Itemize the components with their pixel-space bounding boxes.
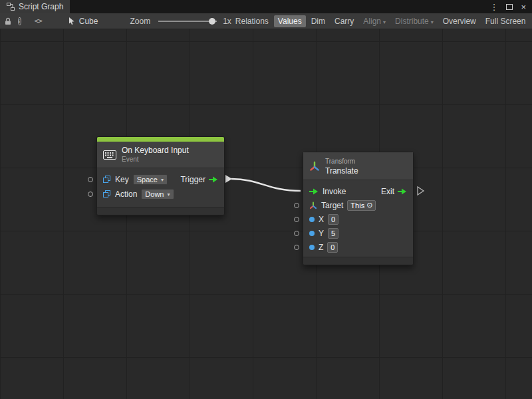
target-row: Target This ⊙: [303, 198, 413, 212]
float-value-icon: [309, 217, 315, 222]
x-row: X 0: [303, 212, 413, 226]
exit-output-port[interactable]: [418, 187, 424, 195]
window-menu-icon[interactable]: ⋮: [489, 2, 498, 12]
cursor-icon: [68, 17, 75, 25]
maximize-icon[interactable]: [506, 4, 513, 10]
close-icon[interactable]: ×: [521, 2, 526, 12]
graph-toolbar: i <> Cube Zoom 1x Relations Values Dim C…: [0, 13, 532, 29]
flow-arrow-icon: [209, 176, 218, 183]
flow-arrow-icon[interactable]: [398, 188, 407, 195]
chevron-down-icon: ▾: [383, 19, 386, 25]
zoom-slider[interactable]: [158, 21, 217, 22]
node-category: Transform: [325, 157, 358, 166]
x-input-port[interactable]: [294, 217, 299, 222]
overview-button[interactable]: Overview: [439, 15, 480, 27]
carry-button[interactable]: Carry: [331, 15, 358, 27]
target-label: Target: [321, 201, 343, 210]
key-label: Key: [115, 175, 129, 184]
graph-target[interactable]: Cube: [68, 17, 98, 26]
z-row: Z 0: [303, 240, 413, 254]
node-header[interactable]: Transform Translate: [303, 152, 413, 180]
target-name: Cube: [79, 17, 98, 26]
action-input-port[interactable]: [88, 192, 93, 197]
info-icon[interactable]: i: [18, 17, 21, 25]
node-translate[interactable]: Transform Translate Invoke Exit: [303, 152, 414, 265]
z-input-port[interactable]: [294, 245, 299, 250]
y-input-port[interactable]: [294, 231, 299, 236]
invoke-row: Invoke Exit: [303, 184, 413, 198]
x-label: X: [319, 215, 324, 224]
action-label: Action: [115, 190, 137, 199]
node-subtitle: Event: [122, 155, 189, 164]
invoke-label: Invoke: [323, 187, 346, 196]
chevron-down-icon: ▾: [161, 177, 164, 183]
distribute-button: Distribute▾: [391, 15, 438, 27]
graph-canvas[interactable]: On Keyboard Input Event Key Space ▾ Trig…: [0, 29, 532, 399]
full-screen-button[interactable]: Full Screen: [481, 15, 530, 27]
zoom-label: Zoom: [130, 17, 150, 26]
edit-source-icon[interactable]: <>: [35, 17, 42, 25]
key-row: Key Space ▾ Trigger: [97, 172, 224, 187]
action-row: Action Down ▾: [97, 187, 224, 201]
x-value-field[interactable]: 0: [328, 214, 338, 225]
y-value-field[interactable]: 5: [328, 228, 338, 239]
keycode-icon: [103, 190, 111, 198]
wire-layer: [0, 29, 532, 399]
target-input-port[interactable]: [294, 203, 299, 208]
keyboard-icon: [103, 150, 116, 160]
keycode-icon: [103, 176, 111, 184]
node-title: On Keyboard Input: [122, 146, 189, 155]
zoom-control: Zoom 1x: [130, 17, 231, 26]
titlebar: Script Graph ⋮ ×: [0, 0, 532, 13]
exit-label: Exit: [381, 187, 394, 196]
z-label: Z: [319, 243, 323, 252]
dim-button[interactable]: Dim: [307, 15, 329, 27]
flow-arrow-icon[interactable]: [309, 188, 319, 195]
node-footer: [97, 207, 224, 215]
key-input-port[interactable]: [88, 177, 93, 182]
node-on-keyboard-input[interactable]: On Keyboard Input Event Key Space ▾ Trig…: [96, 136, 225, 215]
transform-icon: [309, 201, 317, 209]
relations-button[interactable]: Relations: [231, 15, 273, 27]
event-accent-bar: [97, 137, 224, 142]
node-header[interactable]: On Keyboard Input Event: [97, 142, 224, 168]
y-row: Y 5: [303, 226, 413, 240]
key-dropdown[interactable]: Space ▾: [133, 174, 168, 185]
values-button[interactable]: Values: [274, 15, 306, 27]
chevron-down-icon: ▾: [431, 19, 434, 25]
lock-icon[interactable]: [5, 17, 11, 25]
zoom-value: 1x: [223, 17, 231, 26]
y-label: Y: [319, 229, 324, 238]
z-value-field[interactable]: 0: [327, 242, 338, 253]
tab-title: Script Graph: [19, 2, 63, 11]
tab-script-graph[interactable]: Script Graph: [0, 0, 70, 13]
trigger-label: Trigger: [180, 175, 205, 184]
float-value-icon: [309, 245, 315, 250]
target-object-field[interactable]: This ⊙: [347, 200, 376, 211]
wire-trigger-to-invoke[interactable]: [231, 179, 301, 191]
action-dropdown[interactable]: Down ▾: [141, 189, 174, 200]
object-picker-icon[interactable]: ⊙: [366, 201, 372, 209]
node-footer: [303, 257, 413, 265]
align-button: Align▾: [359, 15, 390, 27]
window-controls: ⋮ ×: [489, 0, 532, 13]
transform-icon: [309, 161, 320, 172]
trigger-output-port[interactable]: [225, 175, 232, 183]
float-value-icon: [309, 231, 315, 236]
node-title: Translate: [325, 166, 358, 176]
zoom-slider-handle[interactable]: [209, 18, 215, 25]
script-graph-icon: [7, 3, 15, 11]
toolbar-buttons: Relations Values Dim Carry Align▾ Distri…: [231, 15, 530, 27]
chevron-down-icon: ▾: [167, 192, 170, 198]
